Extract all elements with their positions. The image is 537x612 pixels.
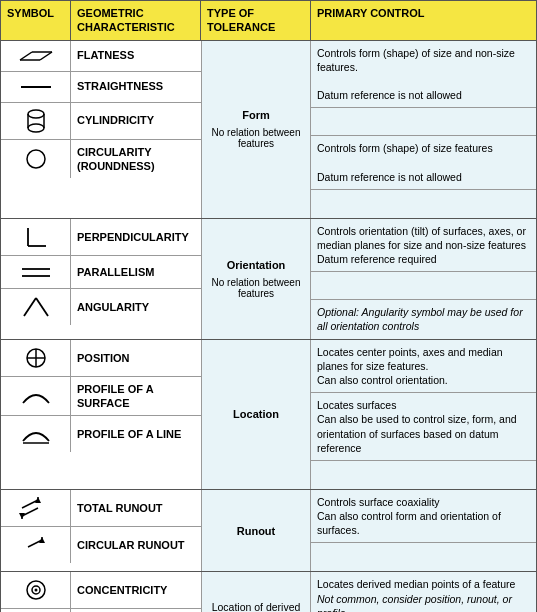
symbol-flatness bbox=[1, 41, 71, 71]
primary-orientation: Controls orientation (tilt) of surfaces,… bbox=[311, 219, 536, 339]
primary-runout: Controls surface coaxialityCan also cont… bbox=[311, 490, 536, 572]
svg-line-2 bbox=[40, 52, 52, 60]
symbol-profile-surface bbox=[1, 377, 71, 416]
header-tolerance: TYPE OF TOLERANCE bbox=[201, 1, 311, 40]
symbol-position bbox=[1, 340, 71, 376]
header-control: PRIMARY CONTROL bbox=[311, 1, 536, 40]
svg-point-5 bbox=[28, 110, 44, 118]
svg-line-0 bbox=[20, 52, 32, 60]
primary-profile-surface: Locates surfacesCan also be used to cont… bbox=[311, 393, 536, 461]
primary-straightness bbox=[311, 108, 536, 136]
primary-circular-runout bbox=[311, 543, 536, 571]
row-total-runout: TOTAL RUNOUT bbox=[1, 490, 201, 527]
row-parallelism: PARALLELISM bbox=[1, 256, 201, 289]
primary-location: Locates center points, axes and median p… bbox=[311, 340, 536, 489]
symbol-circular-runout bbox=[1, 527, 71, 563]
row-circular-runout: CIRCULAR RUNOUT bbox=[1, 527, 201, 563]
group-location: POSITION PROFILE OF A SURFACE bbox=[1, 340, 536, 490]
svg-point-31 bbox=[34, 589, 37, 592]
primary-angularity: Optional: Angularity symbol may be used … bbox=[311, 300, 536, 338]
group-orientation-left: PERPENDICULARITY PARALLELISM bbox=[1, 219, 201, 339]
svg-line-14 bbox=[24, 298, 36, 316]
name-angularity: ANGULARITY bbox=[71, 289, 201, 325]
row-position: POSITION bbox=[1, 340, 201, 377]
gd-t-table: SYMBOL GEOMETRIC CHARACTERISTIC TYPE OF … bbox=[0, 0, 537, 612]
primary-profile-line bbox=[311, 461, 536, 489]
name-perpendicularity: PERPENDICULARITY bbox=[71, 219, 201, 255]
svg-line-23 bbox=[22, 508, 38, 516]
name-straightness: STRAIGHTNESS bbox=[71, 72, 201, 102]
symbol-concentricity bbox=[1, 572, 71, 608]
type-runout: Runout bbox=[201, 490, 311, 572]
symbol-cylindricity bbox=[1, 103, 71, 139]
group-runout: TOTAL RUNOUT CIRCULAR RUNOUT Runout bbox=[1, 490, 536, 573]
name-profile-surface: PROFILE OF A SURFACE bbox=[71, 377, 201, 416]
svg-line-26 bbox=[28, 540, 42, 547]
symbol-total-runout bbox=[1, 490, 71, 526]
svg-point-9 bbox=[27, 150, 45, 168]
svg-marker-25 bbox=[19, 513, 25, 519]
table-header: SYMBOL GEOMETRIC CHARACTERISTIC TYPE OF … bbox=[1, 1, 536, 41]
group-derived-left: CONCENTRICITY SYMMETRY bbox=[1, 572, 201, 612]
name-parallelism: PARALLELISM bbox=[71, 256, 201, 288]
primary-total-runout: Controls surface coaxialityCan also cont… bbox=[311, 490, 536, 544]
primary-perpendicularity: Controls orientation (tilt) of surfaces,… bbox=[311, 219, 536, 273]
symbol-angularity bbox=[1, 289, 71, 325]
group-runout-left: TOTAL RUNOUT CIRCULAR RUNOUT bbox=[1, 490, 201, 572]
primary-circularity bbox=[311, 190, 536, 218]
row-profile-surface: PROFILE OF A SURFACE bbox=[1, 377, 201, 417]
row-flatness: FLATNESS bbox=[1, 41, 201, 72]
svg-line-15 bbox=[36, 298, 48, 316]
symbol-parallelism bbox=[1, 256, 71, 288]
symbol-perpendicularity bbox=[1, 219, 71, 255]
name-cylindricity: CYLINDRICITY bbox=[71, 103, 201, 139]
row-perpendicularity: PERPENDICULARITY bbox=[1, 219, 201, 256]
name-position: POSITION bbox=[71, 340, 201, 376]
type-derived: Location of derived median points. bbox=[201, 572, 311, 612]
svg-line-20 bbox=[22, 500, 38, 508]
row-straightness: STRAIGHTNESS bbox=[1, 72, 201, 103]
primary-derived: Locates derived median points of a featu… bbox=[311, 572, 536, 612]
row-concentricity: CONCENTRICITY bbox=[1, 572, 201, 609]
primary-form: Controls form (shape) of size and non-si… bbox=[311, 41, 536, 218]
group-derived: CONCENTRICITY SYMMETRY Location of deriv bbox=[1, 572, 536, 612]
group-form-left: FLATNESS STRAIGHTNESS bbox=[1, 41, 201, 218]
name-profile-line: PROFILE OF A LINE bbox=[71, 416, 201, 452]
group-form: FLATNESS STRAIGHTNESS bbox=[1, 41, 536, 219]
group-location-left: POSITION PROFILE OF A SURFACE bbox=[1, 340, 201, 489]
symbol-circularity bbox=[1, 140, 71, 179]
type-form: Form No relation between features bbox=[201, 41, 311, 218]
primary-parallelism bbox=[311, 272, 536, 300]
primary-position: Locates center points, axes and median p… bbox=[311, 340, 536, 394]
row-circularity: CIRCULARITY (ROUNDNESS) bbox=[1, 140, 201, 179]
symbol-straightness bbox=[1, 72, 71, 102]
svg-point-8 bbox=[28, 124, 44, 132]
primary-flatness: Controls form (shape) of size and non-si… bbox=[311, 41, 536, 109]
type-orientation: Orientation No relation between features bbox=[201, 219, 311, 339]
type-location: Location bbox=[201, 340, 311, 489]
group-orientation: PERPENDICULARITY PARALLELISM bbox=[1, 219, 536, 340]
svg-marker-22 bbox=[35, 497, 41, 503]
primary-concentricity: Locates derived median points of a featu… bbox=[311, 572, 536, 612]
row-angularity: ANGULARITY bbox=[1, 289, 201, 325]
row-cylindricity: CYLINDRICITY bbox=[1, 103, 201, 140]
symbol-profile-line bbox=[1, 416, 71, 452]
name-concentricity: CONCENTRICITY bbox=[71, 572, 201, 608]
name-circular-runout: CIRCULAR RUNOUT bbox=[71, 527, 201, 563]
header-symbol: SYMBOL bbox=[1, 1, 71, 40]
name-flatness: FLATNESS bbox=[71, 41, 201, 71]
svg-marker-28 bbox=[39, 537, 45, 543]
row-profile-line: PROFILE OF A LINE bbox=[1, 416, 201, 452]
primary-cylindricity: Controls form (shape) of size featuresDa… bbox=[311, 136, 536, 190]
name-circularity: CIRCULARITY (ROUNDNESS) bbox=[71, 140, 201, 179]
header-characteristic: GEOMETRIC CHARACTERISTIC bbox=[71, 1, 201, 40]
name-total-runout: TOTAL RUNOUT bbox=[71, 490, 201, 526]
